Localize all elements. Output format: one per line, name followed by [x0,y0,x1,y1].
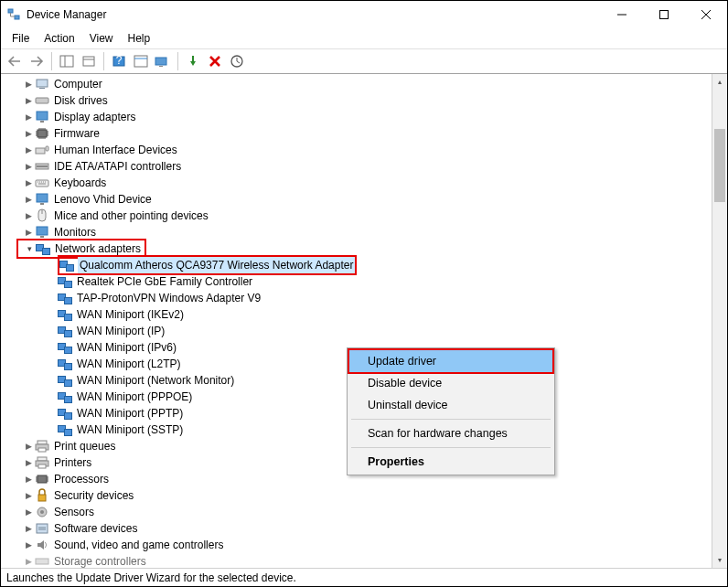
tree-item-mice[interactable]: ▶Mice and other pointing devices [3,208,727,224]
svg-rect-0 [8,9,13,13]
network-adapter-icon [58,390,72,404]
enable-button[interactable] [183,51,203,71]
svg-rect-30 [37,227,48,235]
show-hide-tree-button[interactable] [57,51,77,71]
software-icon [35,521,49,536]
toolbar: ? [1,48,727,74]
context-disable-device[interactable]: Disable device [349,372,552,394]
context-uninstall-device[interactable]: Uninstall device [349,394,552,416]
display-icon [35,110,49,124]
context-menu: Update driver Disable device Uninstall d… [347,347,555,475]
svg-rect-31 [40,236,44,238]
svg-rect-12 [159,66,163,67]
network-icon [36,241,50,256]
svg-rect-3 [60,56,73,67]
svg-rect-27 [40,203,44,205]
minimize-button[interactable] [601,1,643,28]
tree-item-ide[interactable]: ▶IDE ATA/ATAPI controllers [3,158,727,175]
svg-point-41 [40,510,44,514]
menu-help[interactable]: Help [121,30,158,47]
tree-item-software[interactable]: ▶Software devices [3,520,727,537]
printer-icon [35,439,49,454]
device-tree[interactable]: ▶Computer ▶Disk drives ▶Display adapters… [1,74,727,568]
network-adapter-icon [58,406,72,421]
menu-bar: File Action View Help [1,28,727,48]
properties-button[interactable] [79,51,99,71]
svg-rect-38 [37,475,47,483]
tree-item-qualcomm[interactable]: Qualcomm Atheros QCA9377 Wireless Networ… [3,257,727,273]
sensor-icon [35,505,49,519]
tree-item-tap[interactable]: TAP-ProtonVPN Windows Adapter V9 [3,290,727,306]
tree-item-firmware[interactable]: ▶Firmware [3,125,727,142]
svg-rect-13 [192,56,194,61]
computer-icon [35,77,49,91]
network-adapter-icon [58,274,72,289]
context-scan[interactable]: Scan for hardware changes [349,422,552,444]
network-adapter-icon [58,340,72,355]
svg-rect-15 [37,80,48,87]
monitor-icon [35,192,49,207]
tree-item-storage[interactable]: ▶Storage controllers [3,553,727,568]
svg-rect-39 [38,495,46,501]
svg-rect-11 [155,58,166,65]
svg-rect-18 [37,112,48,120]
svg-rect-19 [40,121,44,123]
sound-icon [35,538,49,552]
tree-item-display[interactable]: ▶Display adapters [3,109,727,125]
menu-file[interactable]: File [5,30,37,47]
svg-rect-1 [15,16,19,19]
tree-item-realtek[interactable]: Realtek PCIe GbE Family Controller [3,273,727,290]
svg-rect-9 [134,56,147,67]
network-adapter-icon [58,307,72,322]
security-icon [35,488,49,503]
tree-item-computer[interactable]: ▶Computer [3,76,727,92]
network-adapter-icon [59,258,74,272]
window-title: Device Manager [27,8,106,21]
firmware-icon [35,126,49,141]
svg-rect-20 [37,130,47,137]
update-driver-button[interactable] [227,51,247,71]
action-button[interactable] [131,51,151,71]
tree-item-security[interactable]: ▶Security devices [3,487,727,504]
tree-item-sensors[interactable]: ▶Sensors [3,504,727,520]
svg-rect-43 [36,559,48,564]
svg-rect-22 [46,146,48,151]
tree-item-hid[interactable]: ▶Human Interface Devices [3,142,727,158]
tree-item-keyboards[interactable]: ▶Keyboards [3,175,727,191]
status-text: Launches the Update Driver Wizard for th… [6,571,296,584]
scroll-thumb[interactable] [714,129,725,202]
context-update-driver[interactable]: Update driver [348,348,554,374]
svg-rect-21 [36,148,45,154]
maximize-button[interactable] [643,1,685,28]
tree-item-sound[interactable]: ▶Sound, video and game controllers [3,537,727,553]
svg-text:?: ? [116,55,123,67]
svg-rect-34 [38,448,46,452]
tree-item-wan-ip[interactable]: WAN Miniport (IP) [3,323,727,339]
disk-icon [35,93,49,108]
vertical-scrollbar[interactable]: ▴ ▾ [712,74,727,568]
scan-button[interactable] [153,51,173,71]
forward-button[interactable] [27,51,47,71]
tree-item-disk-drives[interactable]: ▶Disk drives [3,92,727,109]
keyboard-icon [35,176,49,190]
svg-rect-2 [660,11,669,19]
scroll-down-button[interactable]: ▾ [712,552,727,568]
context-properties[interactable]: Properties [349,451,552,473]
network-adapter-icon [58,324,72,338]
svg-rect-24 [37,165,48,167]
back-button[interactable] [5,51,25,71]
status-bar: Launches the Update Driver Wizard for th… [1,568,727,586]
svg-rect-16 [39,88,45,89]
tree-item-wan-ikev2[interactable]: WAN Miniport (IKEv2) [3,306,727,323]
svg-rect-35 [37,457,47,461]
menu-view[interactable]: View [82,30,121,47]
scroll-up-button[interactable]: ▴ [712,74,727,90]
help-button[interactable]: ? [109,51,129,71]
tree-item-lenovo[interactable]: ▶Lenovo Vhid Device [3,191,727,208]
svg-rect-17 [36,98,48,103]
menu-action[interactable]: Action [37,30,81,47]
close-button[interactable] [685,1,727,28]
uninstall-button[interactable] [205,51,225,71]
network-adapter-icon [58,373,72,388]
monitor-icon [35,225,49,240]
